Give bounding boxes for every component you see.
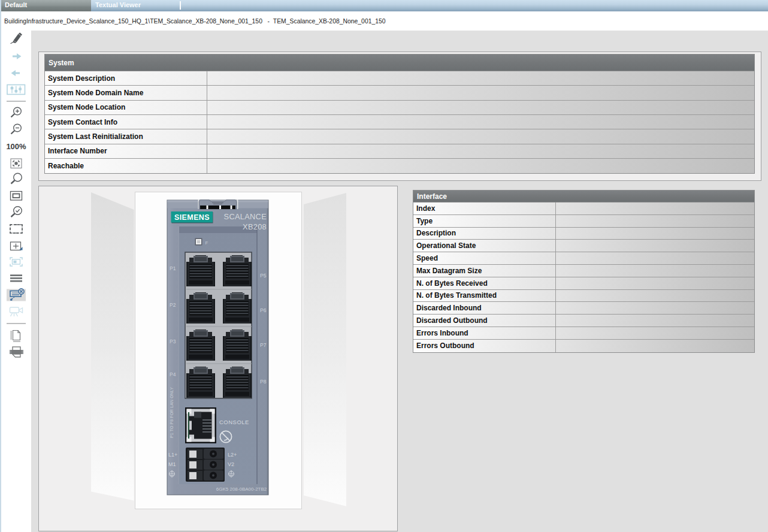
- svg-text:V2: V2: [228, 461, 234, 467]
- svg-text:P1 TO P8 FOR LAN ONLY: P1 TO P8 FOR LAN ONLY: [170, 387, 174, 438]
- svg-text:CONSOLE: CONSOLE: [219, 419, 249, 425]
- svg-text:L2+: L2+: [228, 452, 237, 458]
- svg-text:P1: P1: [170, 265, 176, 271]
- svg-text:XB208: XB208: [243, 222, 267, 231]
- svg-text:P2: P2: [170, 302, 176, 308]
- svg-text:F: F: [205, 240, 208, 246]
- svg-text:100%: 100%: [6, 142, 26, 151]
- svg-text:P6: P6: [260, 307, 267, 313]
- svg-text:P7: P7: [260, 342, 267, 348]
- svg-text:SIEMENS: SIEMENS: [174, 213, 210, 222]
- svg-text:M1: M1: [168, 461, 176, 467]
- svg-text:P5: P5: [260, 273, 267, 279]
- svg-text:P3: P3: [170, 338, 176, 344]
- svg-text:6GK5 208-0BA00-2TB2: 6GK5 208-0BA00-2TB2: [216, 486, 267, 492]
- svg-text:P8: P8: [260, 379, 267, 385]
- svg-text:L1+: L1+: [168, 452, 177, 458]
- svg-text:P4: P4: [170, 371, 176, 377]
- svg-text:SCALANCE: SCALANCE: [224, 212, 267, 221]
